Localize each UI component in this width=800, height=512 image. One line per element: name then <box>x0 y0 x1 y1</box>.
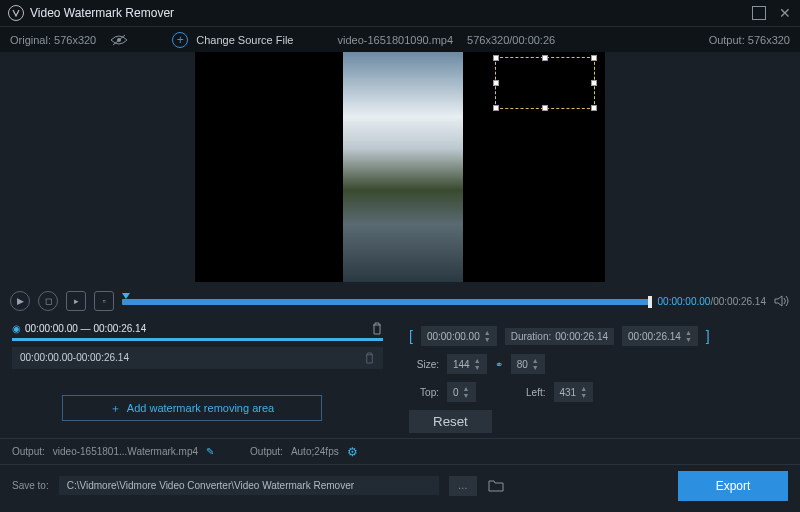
end-time-input[interactable]: 00:00:26.14 ▲▼ <box>622 326 698 346</box>
output-settings-label: Output: <box>250 446 283 457</box>
bottom-bar: Save to: C:\Vidmore\Vidmore Video Conver… <box>0 464 800 506</box>
start-time-input[interactable]: 00:00:00.00 ▲▼ <box>421 326 497 346</box>
playback-time: 00:00:00.00/00:00:26.14 <box>658 296 766 307</box>
step-forward-button[interactable]: ▸ <box>66 291 86 311</box>
export-button[interactable]: Export <box>678 471 788 501</box>
left-label: Left: <box>516 387 546 398</box>
playhead-icon[interactable] <box>122 293 130 299</box>
resize-handle[interactable] <box>493 80 499 86</box>
window-controls: ✕ <box>752 6 792 20</box>
timeline-slider[interactable] <box>122 294 650 308</box>
add-watermark-area-button[interactable]: ＋ Add watermark removing area <box>62 395 322 421</box>
segments-panel: ◉ 00:00:00.00 — 00:00:26.14 00:00:00.00-… <box>0 316 395 438</box>
spinner-icon[interactable]: ▲▼ <box>685 329 692 343</box>
save-path-input[interactable]: C:\Vidmore\Vidmore Video Converter\Video… <box>59 476 439 495</box>
segment-progress <box>12 338 383 341</box>
info-bar: Original: 576x320 + Change Source File v… <box>0 26 800 52</box>
resize-handle[interactable] <box>591 105 597 111</box>
preview-toggle-icon[interactable] <box>110 34 128 46</box>
output-file-name: video-1651801...Watermark.mp4 <box>53 446 198 457</box>
height-input[interactable]: 80 ▲▼ <box>511 354 545 374</box>
left-input[interactable]: 431 ▲▼ <box>554 382 594 402</box>
spinner-icon[interactable]: ▲▼ <box>474 357 481 371</box>
plus-icon: ＋ <box>110 401 121 416</box>
params-panel: [ 00:00:00.00 ▲▼ Duration:00:00:26.14 00… <box>395 316 800 438</box>
size-label: Size: <box>409 359 439 370</box>
top-label: Top: <box>409 387 439 398</box>
step-frame-button[interactable]: ▫ <box>94 291 114 311</box>
stop-button[interactable]: ◻ <box>38 291 58 311</box>
top-input[interactable]: 0 ▲▼ <box>447 382 476 402</box>
close-button[interactable]: ✕ <box>778 6 792 20</box>
spinner-icon[interactable]: ▲▼ <box>484 329 491 343</box>
preview-area <box>0 52 800 286</box>
video-frame <box>343 52 463 282</box>
duration-input[interactable]: Duration:00:00:26.14 <box>505 328 614 345</box>
segment-header: ◉ 00:00:00.00 — 00:00:26.14 <box>12 322 383 335</box>
resize-handle[interactable] <box>493 105 499 111</box>
resize-handle[interactable] <box>591 80 597 86</box>
spinner-icon[interactable]: ▲▼ <box>463 385 470 399</box>
app-logo-icon <box>8 5 24 21</box>
spinner-icon[interactable]: ▲▼ <box>580 385 587 399</box>
link-aspect-icon[interactable]: ⚭ <box>495 359 503 370</box>
lower-panel: ◉ 00:00:00.00 — 00:00:26.14 00:00:00.00-… <box>0 316 800 438</box>
delete-item-icon[interactable] <box>364 352 375 364</box>
play-button[interactable]: ▶ <box>10 291 30 311</box>
bracket-left-icon[interactable]: [ <box>409 328 413 344</box>
titlebar: Video Watermark Remover ✕ <box>0 0 800 26</box>
resize-handle[interactable] <box>542 55 548 61</box>
segment-item-label: 00:00:00.00-00:00:26.14 <box>20 352 129 364</box>
watermark-selection-box[interactable] <box>495 57 595 109</box>
delete-segment-icon[interactable] <box>371 322 383 335</box>
output-file-label: Output: <box>12 446 45 457</box>
resize-handle[interactable] <box>493 55 499 61</box>
settings-gear-icon[interactable]: ⚙ <box>347 445 358 459</box>
minimize-button[interactable] <box>752 6 766 20</box>
save-to-label: Save to: <box>12 480 49 491</box>
bracket-right-icon[interactable]: ] <box>706 328 710 344</box>
browse-path-button[interactable]: … <box>449 476 477 496</box>
output-row: Output: video-1651801...Watermark.mp4 ✎ … <box>0 438 800 464</box>
app-title: Video Watermark Remover <box>30 6 174 20</box>
resize-handle[interactable] <box>542 105 548 111</box>
volume-icon[interactable] <box>774 294 790 308</box>
segment-item[interactable]: 00:00:00.00-00:00:26.14 <box>12 347 383 369</box>
droplet-icon: ◉ <box>12 323 21 334</box>
playback-bar: ▶ ◻ ▸ ▫ 00:00:00.00/00:00:26.14 <box>0 286 800 316</box>
plus-circle-icon: + <box>172 32 188 48</box>
source-meta: 576x320/00:00:26 <box>467 34 555 46</box>
open-folder-icon[interactable] <box>487 477 505 495</box>
video-canvas[interactable] <box>195 52 605 282</box>
source-filename: video-1651801090.mp4 <box>337 34 453 46</box>
change-source-button[interactable]: + Change Source File <box>172 32 293 48</box>
output-dim: Output: 576x320 <box>709 34 790 46</box>
resize-handle[interactable] <box>591 55 597 61</box>
output-settings-value: Auto;24fps <box>291 446 339 457</box>
edit-filename-icon[interactable]: ✎ <box>206 446 214 457</box>
timeline-end-handle[interactable] <box>648 296 652 308</box>
reset-button[interactable]: Reset <box>409 410 492 433</box>
original-label: Original: 576x320 <box>10 34 96 46</box>
spinner-icon[interactable]: ▲▼ <box>532 357 539 371</box>
width-input[interactable]: 144 ▲▼ <box>447 354 487 374</box>
